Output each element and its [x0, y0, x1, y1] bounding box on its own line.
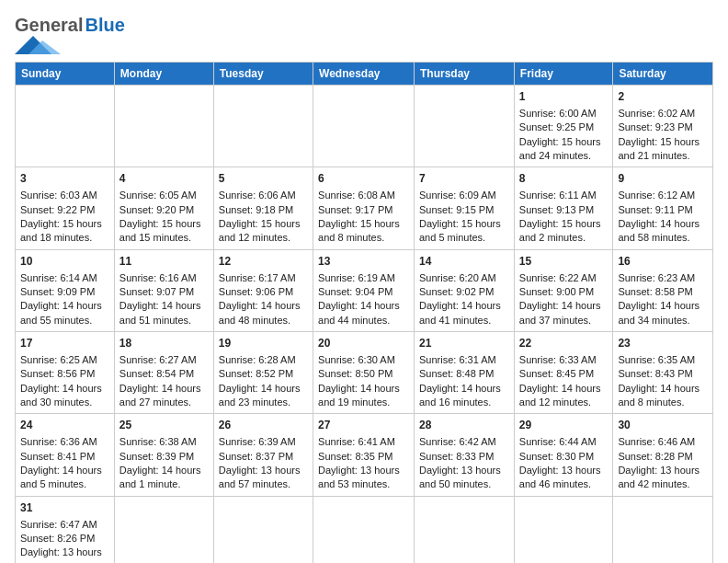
day-info: and 8 minutes.	[318, 231, 409, 245]
day-info: Sunset: 9:06 PM	[219, 285, 308, 299]
day-number: 25	[119, 418, 209, 433]
day-info: Sunrise: 6:22 AM	[519, 271, 609, 285]
day-info: Sunset: 9:25 PM	[519, 121, 609, 134]
calendar-cell	[114, 496, 213, 563]
calendar-week-3: 10Sunrise: 6:14 AMSunset: 9:09 PMDayligh…	[16, 249, 713, 331]
day-info: and 34 minutes.	[618, 314, 708, 327]
day-number: 13	[318, 254, 409, 270]
day-info: Sunrise: 6:14 AM	[20, 271, 109, 285]
day-info: and 1 minute.	[119, 477, 209, 491]
day-info: Sunrise: 6:47 AM	[20, 518, 109, 532]
column-header-saturday: Saturday	[613, 63, 713, 86]
calendar-cell: 6Sunrise: 6:08 AMSunset: 9:17 PMDaylight…	[313, 167, 415, 249]
day-info: Sunset: 8:45 PM	[519, 367, 609, 381]
day-info: and 53 minutes.	[318, 477, 409, 491]
day-info: Sunrise: 6:30 AM	[318, 353, 409, 367]
day-info: Sunrise: 6:42 AM	[419, 435, 509, 449]
day-info: Sunrise: 6:16 AM	[119, 271, 209, 285]
day-info: and 24 minutes.	[519, 149, 609, 163]
day-info: Daylight: 15 hours	[519, 135, 609, 149]
day-info: Daylight: 14 hours	[519, 382, 609, 396]
calendar-week-2: 3Sunrise: 6:03 AMSunset: 9:22 PMDaylight…	[16, 167, 713, 249]
day-number: 17	[20, 336, 109, 351]
calendar-cell: 27Sunrise: 6:41 AMSunset: 8:35 PMDayligh…	[313, 414, 415, 496]
calendar-cell: 3Sunrise: 6:03 AMSunset: 9:22 PMDaylight…	[16, 167, 115, 249]
day-info: Sunset: 8:48 PM	[419, 367, 509, 381]
column-header-monday: Monday	[114, 63, 213, 86]
day-info: Sunset: 8:43 PM	[618, 367, 708, 381]
calendar-table: SundayMondayTuesdayWednesdayThursdayFrid…	[15, 62, 713, 563]
day-info: and 57 minutes.	[219, 477, 308, 491]
day-info: Sunset: 8:56 PM	[20, 367, 109, 381]
day-info: and 51 minutes.	[119, 314, 209, 327]
day-info: Daylight: 14 hours	[119, 299, 209, 313]
day-info: and 23 minutes.	[219, 396, 308, 409]
day-info: Sunrise: 6:27 AM	[119, 353, 209, 367]
day-info: Daylight: 14 hours	[20, 299, 109, 313]
day-info: and 30 minutes.	[20, 396, 109, 409]
day-info: Sunset: 8:41 PM	[20, 450, 109, 464]
day-number: 5	[219, 171, 308, 187]
day-info: and 41 minutes.	[419, 314, 509, 327]
day-info: Sunrise: 6:38 AM	[119, 435, 209, 449]
day-info: Daylight: 14 hours	[618, 217, 708, 231]
day-info: Daylight: 14 hours	[519, 299, 609, 313]
day-number: 26	[219, 418, 308, 433]
day-info: Daylight: 13 hours	[419, 464, 509, 477]
day-info: Sunrise: 6:11 AM	[519, 189, 609, 202]
column-header-wednesday: Wednesday	[313, 63, 415, 86]
day-info: Daylight: 14 hours	[419, 382, 509, 396]
day-number: 6	[318, 171, 409, 187]
day-info: Sunset: 9:09 PM	[20, 285, 109, 299]
calendar-week-5: 24Sunrise: 6:36 AMSunset: 8:41 PMDayligh…	[16, 414, 713, 496]
day-info: Sunrise: 6:19 AM	[318, 271, 409, 285]
day-info: Sunrise: 6:46 AM	[618, 435, 708, 449]
day-info: Daylight: 15 hours	[20, 217, 109, 231]
day-info: Sunset: 8:58 PM	[618, 285, 708, 299]
day-info: and 12 minutes.	[219, 231, 308, 245]
day-info: Sunrise: 6:00 AM	[519, 107, 609, 121]
calendar-cell: 12Sunrise: 6:17 AMSunset: 9:06 PMDayligh…	[213, 249, 313, 331]
calendar-cell: 18Sunrise: 6:27 AMSunset: 8:54 PMDayligh…	[114, 332, 213, 414]
day-info: Daylight: 14 hours	[618, 299, 708, 313]
day-info: and 5 minutes.	[419, 231, 509, 245]
calendar-cell: 25Sunrise: 6:38 AMSunset: 8:39 PMDayligh…	[114, 414, 213, 496]
day-info: Sunrise: 6:41 AM	[318, 435, 409, 449]
column-header-thursday: Thursday	[415, 63, 515, 86]
logo-blue-text: Blue	[85, 15, 124, 36]
day-info: Sunrise: 6:02 AM	[618, 107, 708, 121]
day-number: 30	[618, 418, 708, 433]
day-info: Sunset: 9:17 PM	[318, 203, 409, 217]
day-info: Daylight: 14 hours	[318, 382, 409, 396]
calendar-cell	[16, 86, 115, 167]
day-number: 24	[20, 418, 109, 433]
calendar-cell: 30Sunrise: 6:46 AMSunset: 8:28 PMDayligh…	[613, 414, 713, 496]
day-number: 14	[419, 254, 509, 270]
day-info: and 50 minutes.	[419, 477, 509, 491]
calendar-cell: 17Sunrise: 6:25 AMSunset: 8:56 PMDayligh…	[16, 332, 115, 414]
calendar-cell	[415, 496, 515, 563]
day-info: Sunset: 8:26 PM	[20, 532, 109, 546]
day-info: and 8 minutes.	[618, 396, 708, 409]
day-info: Daylight: 14 hours	[119, 382, 209, 396]
calendar-cell: 21Sunrise: 6:31 AMSunset: 8:48 PMDayligh…	[415, 332, 515, 414]
day-info: and 18 minutes.	[20, 231, 109, 245]
day-info: and 37 minutes.	[519, 314, 609, 327]
day-number: 18	[119, 336, 209, 351]
day-info: and 44 minutes.	[318, 314, 409, 327]
day-info: Sunrise: 6:33 AM	[519, 353, 609, 367]
day-number: 29	[519, 418, 609, 433]
calendar-cell	[114, 86, 213, 167]
column-headers: SundayMondayTuesdayWednesdayThursdayFrid…	[16, 63, 713, 86]
day-info: Daylight: 13 hours	[318, 464, 409, 477]
calendar-cell: 28Sunrise: 6:42 AMSunset: 8:33 PMDayligh…	[415, 414, 515, 496]
calendar-cell	[613, 496, 713, 563]
day-info: Daylight: 15 hours	[318, 217, 409, 231]
day-number: 7	[419, 171, 509, 187]
day-info: Sunset: 9:07 PM	[119, 285, 209, 299]
calendar-cell: 24Sunrise: 6:36 AMSunset: 8:41 PMDayligh…	[16, 414, 115, 496]
day-info: Sunrise: 6:08 AM	[318, 189, 409, 202]
day-info: Sunset: 9:00 PM	[519, 285, 609, 299]
calendar-cell: 8Sunrise: 6:11 AMSunset: 9:13 PMDaylight…	[514, 167, 613, 249]
day-info: and 48 minutes.	[219, 314, 308, 327]
